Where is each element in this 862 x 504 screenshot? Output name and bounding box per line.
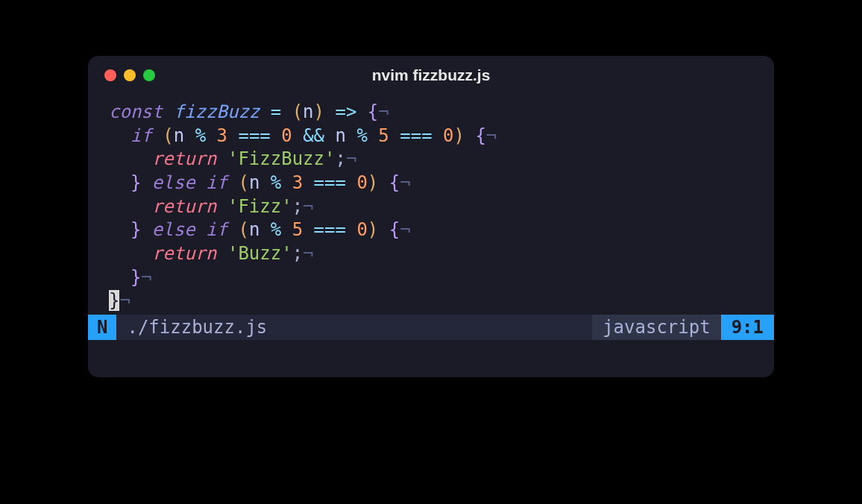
window-title: nvim fizzbuzz.js	[372, 66, 491, 84]
paren-open: (	[238, 172, 248, 193]
code-line: if (n % 3 === 0 && n % 5 === 0) {¬	[109, 125, 774, 148]
code-line: }¬	[109, 266, 774, 290]
operator-mod: %	[271, 219, 281, 240]
maximize-icon[interactable]	[143, 69, 155, 81]
editor[interactable]: const fizzBuzz = (n) => {¬ if (n % 3 ===…	[88, 92, 774, 313]
quote-open: '	[227, 243, 238, 264]
eol-icon: ¬	[400, 172, 410, 193]
statusline: N ./fizzbuzz.js javascript 9:1	[88, 315, 774, 340]
number-0: 0	[356, 172, 367, 193]
semicolon: ;	[292, 196, 303, 217]
eol-icon: ¬	[486, 125, 497, 146]
brace-close: }	[130, 219, 141, 240]
semicolon: ;	[292, 243, 303, 264]
eol-icon: ¬	[303, 243, 313, 264]
keyword-const: const	[109, 101, 163, 122]
keyword-else: else	[152, 172, 195, 193]
code-line: } else if (n % 5 === 0) {¬	[109, 218, 774, 242]
operator-mod: %	[356, 125, 367, 146]
brace-open: {	[389, 172, 400, 193]
filename: ./fizzbuzz.js	[116, 315, 592, 340]
code-line: return 'Fizz';¬	[109, 195, 774, 219]
var-n: n	[249, 219, 259, 240]
number-5: 5	[378, 125, 388, 146]
operator-eqeqeq: ===	[238, 125, 270, 146]
number-0: 0	[281, 125, 292, 146]
keyword-if: if	[206, 219, 227, 240]
quote-close: '	[281, 196, 292, 217]
code-line: } else if (n % 3 === 0) {¬	[109, 171, 774, 195]
keyword-return: return	[152, 196, 217, 217]
paren-open: (	[292, 101, 303, 122]
eol-icon: ¬	[346, 148, 356, 169]
paren-open: (	[238, 219, 248, 240]
number-0: 0	[443, 125, 453, 146]
eol-icon: ¬	[119, 290, 130, 311]
window-padding	[88, 340, 774, 377]
eol-icon: ¬	[378, 101, 388, 122]
code-line-cursor: }¬	[88, 289, 130, 313]
brace-open: {	[475, 125, 485, 146]
paren-close: )	[368, 219, 378, 240]
code-line: const fizzBuzz = (n) => {¬	[109, 101, 774, 125]
keyword-else: else	[152, 219, 195, 240]
brace-open: {	[368, 101, 378, 122]
quote-close: '	[324, 148, 335, 169]
minimize-icon[interactable]	[124, 69, 136, 81]
brace-open: {	[389, 219, 400, 240]
operator-eqeqeq: ===	[314, 219, 346, 240]
operator-mod: %	[195, 125, 206, 146]
operator-eqeqeq: ===	[400, 125, 432, 146]
traffic-lights	[104, 69, 155, 81]
keyword-return: return	[152, 148, 217, 169]
mode-indicator: N	[88, 315, 116, 340]
code-line: return 'FizzBuzz';¬	[109, 148, 774, 171]
number-0: 0	[356, 219, 367, 240]
operator-eqeqeq: ===	[314, 172, 346, 193]
code-line: return 'Buzz';¬	[109, 242, 774, 266]
keyword-if: if	[130, 125, 152, 146]
string-buzz: Buzz	[238, 243, 281, 264]
function-name: fizzBuzz	[174, 101, 260, 122]
cursor-position: 9:1	[721, 315, 774, 340]
semicolon: ;	[335, 148, 345, 169]
titlebar: nvim fizzbuzz.js	[88, 56, 774, 92]
param-n: n	[303, 101, 313, 122]
number-3: 3	[217, 125, 227, 146]
number-5: 5	[292, 219, 303, 240]
string-fizzbuzz: FizzBuzz	[238, 148, 324, 169]
cursor: }	[109, 290, 119, 311]
paren-close: )	[368, 172, 378, 193]
brace-close: }	[130, 267, 141, 288]
keyword-return: return	[152, 243, 217, 264]
paren-open: (	[163, 125, 173, 146]
close-icon[interactable]	[104, 69, 116, 81]
string-fizz: Fizz	[238, 196, 281, 217]
number-3: 3	[292, 172, 303, 193]
paren-close: )	[454, 125, 465, 146]
filetype: javascript	[592, 315, 721, 340]
brace-close: }	[130, 172, 141, 193]
eol-icon: ¬	[400, 219, 410, 240]
keyword-if: if	[206, 172, 227, 193]
var-n: n	[174, 125, 184, 146]
terminal-window: nvim fizzbuzz.js const fizzBuzz = (n) =>…	[88, 56, 774, 377]
quote-open: '	[227, 196, 238, 217]
eol-icon: ¬	[303, 196, 313, 217]
var-n: n	[336, 125, 346, 146]
eol-icon: ¬	[141, 267, 151, 288]
quote-open: '	[227, 148, 238, 169]
operator-eq: =	[271, 101, 281, 122]
operator-and: &&	[303, 125, 324, 146]
var-n: n	[249, 172, 259, 193]
operator-mod: %	[271, 172, 281, 193]
paren-close: )	[314, 101, 324, 122]
quote-close: '	[281, 243, 292, 264]
arrow: =>	[335, 101, 356, 122]
